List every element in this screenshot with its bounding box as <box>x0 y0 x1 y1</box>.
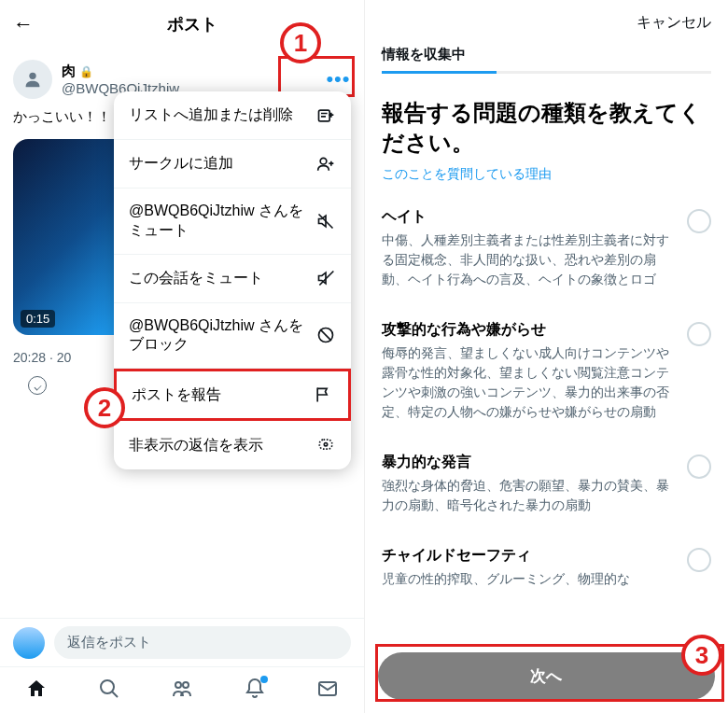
cancel-button[interactable]: キャンセル <box>637 13 711 33</box>
report-option-child-safety[interactable]: チャイルドセーフティ 児童の性的搾取、グルーミング、物理的な <box>365 531 729 605</box>
svg-line-10 <box>319 272 333 286</box>
menu-label: @BWQB6QiJtzhiw さんをミュート <box>129 202 315 241</box>
svg-point-17 <box>175 682 181 688</box>
svg-line-16 <box>112 692 118 697</box>
report-flow-panel: キャンセル 情報を収集中 報告する問題の種類を教えてください。 このことを質問し… <box>365 0 729 713</box>
option-desc: 強烈な身体的脅迫、危害の願望、暴力の賛美、暴力の扇動、暗号化された暴力の扇動 <box>382 476 675 515</box>
menu-label: @BWQB6QiJtzhiw さんをブロック <box>129 316 315 356</box>
menu-item-add-circle[interactable]: サークルに追加 <box>114 140 351 189</box>
report-question: 報告する問題の種類を教えてください。 <box>365 74 729 166</box>
option-title: 攻撃的な行為や嫌がらせ <box>382 320 675 340</box>
post-view-panel: ← ポスト 肉 🔒 @BWQB6QiJtzhiw ••• 1 かっこいい！！ 0… <box>0 0 365 713</box>
tab-messages[interactable] <box>316 678 339 704</box>
menu-item-report-post[interactable]: ポストを報告 <box>114 369 351 421</box>
hidden-replies-icon <box>315 435 336 455</box>
report-options-list: ヘイト 中傷、人種差別主義者または性差別主義者に対する固定概念、非人間的な扱い、… <box>365 183 729 605</box>
reply-input[interactable]: 返信をポスト <box>54 626 351 659</box>
svg-point-18 <box>183 682 189 688</box>
option-desc: 中傷、人種差別主義者または性差別主義者に対する固定概念、非人間的な扱い、恐れや差… <box>382 231 675 289</box>
option-title: ヘイト <box>382 207 675 227</box>
svg-point-0 <box>29 73 35 79</box>
report-option-hate[interactable]: ヘイト 中傷、人種差別主義者または性差別主義者に対する固定概念、非人間的な扱い、… <box>365 192 729 305</box>
menu-item-block-user[interactable]: @BWQB6QiJtzhiw さんをブロック <box>114 303 351 370</box>
menu-item-add-list[interactable]: リストへ追加または削除 <box>114 91 351 140</box>
bottom-tab-bar <box>0 666 364 713</box>
annotation-badge-1: 1 <box>280 22 321 63</box>
menu-label: サークルに追加 <box>129 154 315 174</box>
svg-point-14 <box>324 443 327 446</box>
reason-link[interactable]: このことを質問している理由 <box>365 166 729 183</box>
self-avatar[interactable] <box>13 627 45 659</box>
mute-icon <box>315 211 336 231</box>
back-arrow-icon[interactable]: ← <box>13 12 34 36</box>
annotation-badge-2: 2 <box>84 387 125 428</box>
menu-item-mute-conversation[interactable]: この会話をミュート <box>114 255 351 303</box>
menu-item-hidden-replies[interactable]: 非表示の返信を表示 <box>114 421 351 469</box>
avatar[interactable] <box>13 60 52 99</box>
annotation-badge-3: 3 <box>681 635 722 676</box>
report-option-harassment[interactable]: 攻撃的な行為や嫌がらせ 侮辱的発言、望ましくない成人向けコンテンツや露骨な性的対… <box>365 305 729 438</box>
radio-icon[interactable] <box>687 322 711 346</box>
annotation-box-3 <box>375 644 725 702</box>
radio-icon[interactable] <box>687 454 711 479</box>
person-icon <box>22 69 43 90</box>
menu-item-mute-user[interactable]: @BWQB6QiJtzhiw さんをミュート <box>114 189 351 255</box>
compose-bar: 返信をポスト <box>0 618 364 666</box>
report-option-violence[interactable]: 暴力的な発言 強烈な身体的脅迫、危害の願望、暴力の賛美、暴力の扇動、暗号化された… <box>365 438 729 531</box>
tab-search[interactable] <box>98 678 120 704</box>
lock-icon: 🔒 <box>79 65 93 78</box>
tab-home[interactable] <box>25 678 48 704</box>
person-add-icon <box>315 154 336 175</box>
list-add-icon <box>315 105 336 126</box>
flag-icon <box>313 384 333 405</box>
menu-label: ポストを報告 <box>132 385 313 405</box>
option-desc: 侮辱的発言、望ましくない成人向けコンテンツや露骨な性的対象化、望ましくない閲覧注… <box>382 343 675 422</box>
collecting-label: 情報を収集中 <box>365 36 729 71</box>
option-title: 暴力的な発言 <box>382 453 675 472</box>
notification-dot-icon <box>260 676 268 683</box>
svg-point-6 <box>320 158 327 164</box>
svg-rect-13 <box>319 440 331 449</box>
option-title: チャイルドセーフティ <box>382 546 675 566</box>
menu-label: この会話をミュート <box>129 269 315 288</box>
option-desc: 児童の性的搾取、グルーミング、物理的な <box>382 569 675 589</box>
menu-label: 非表示の返信を表示 <box>129 436 315 455</box>
tab-notifications[interactable] <box>244 678 266 704</box>
radio-icon[interactable] <box>687 209 711 233</box>
tab-communities[interactable] <box>171 678 193 704</box>
radio-icon[interactable] <box>687 548 711 572</box>
post-actions-menu: リストへ追加または削除 サークルに追加 @BWQB6QiJtzhiw さんをミュ… <box>114 91 351 469</box>
mute-convo-icon <box>315 268 336 288</box>
user-name-text: 肉 <box>62 63 76 78</box>
menu-label: リストへ追加または削除 <box>129 105 315 125</box>
svg-line-12 <box>320 330 331 342</box>
svg-point-15 <box>101 680 114 693</box>
block-icon <box>315 325 336 345</box>
right-header: キャンセル <box>365 0 729 36</box>
video-duration: 0:15 <box>21 310 55 328</box>
